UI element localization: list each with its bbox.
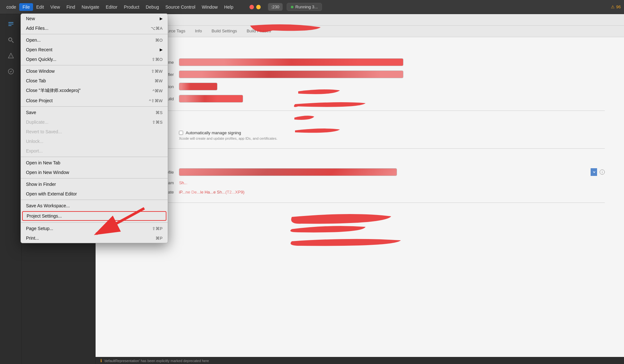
menu-item-window[interactable]: Window — [198, 3, 221, 11]
signing-section-header: Signing — [115, 119, 605, 124]
separator-1 — [21, 34, 168, 34]
sidebar: ! — [0, 14, 22, 364]
separator-6 — [21, 200, 168, 200]
auto-signing-desc: Xcode will create and update profiles, a… — [179, 136, 277, 140]
provisioning-info-button[interactable]: i — [600, 170, 605, 175]
menu-show-finder[interactable]: Show in Finder — [21, 179, 168, 189]
menu-item-product[interactable]: Product — [121, 3, 142, 11]
menu-save-label: Save — [26, 110, 36, 115]
minimize-button[interactable] — [256, 5, 261, 9]
menu-item-editor[interactable]: Editor — [103, 3, 121, 11]
menu-item-help[interactable]: Help — [221, 3, 237, 11]
display-name-input[interactable] — [179, 58, 403, 66]
menu-close-tab[interactable]: Close Tab ⌘W — [21, 76, 168, 86]
menu-item-edit[interactable]: Edit — [33, 3, 47, 11]
svg-line-4 — [12, 41, 13, 43]
menu-project-settings-label: Project Settings... — [27, 213, 62, 219]
menu-item-debug[interactable]: Debug — [142, 3, 162, 11]
menu-open-quickly[interactable]: Open Quickly... ⇧⌘O — [21, 54, 168, 64]
tab-info[interactable]: Info — [195, 27, 202, 36]
menu-close-window[interactable]: Close Window ⇧⌘W — [21, 66, 168, 76]
signing-debug-header: Signing (Debug) — [115, 157, 605, 162]
menu-project-settings[interactable]: Project Settings... — [22, 211, 166, 221]
tab-build-phases[interactable]: Build Phases — [247, 27, 271, 36]
menu-open-new-tab-label: Open in New Tab — [26, 160, 60, 165]
menu-open-recent-arrow: ▶ — [160, 47, 163, 52]
menu-item-view[interactable]: View — [47, 3, 63, 11]
menu-open-recent[interactable]: Open Recent ▶ — [21, 45, 168, 54]
separator-4 — [21, 157, 168, 157]
team-row: Team Sh... — [115, 180, 605, 185]
menu-export[interactable]: Export... — [21, 146, 168, 156]
menu-show-finder-label: Show in Finder — [26, 182, 56, 187]
menu-close-window-shortcut: ⇧⌘W — [151, 69, 163, 74]
app-container: code File Edit View Find Navigate Editor… — [0, 0, 624, 364]
provisioning-select-arrow[interactable] — [591, 168, 597, 176]
menu-unlock[interactable]: Unlock... — [21, 136, 168, 146]
menu-save-workspace[interactable]: Save As Workspace... — [21, 201, 168, 211]
tabs-bar: ‹ › 📋 羊城律师.xcodeproj — [96, 14, 624, 26]
display-name-row: Display Name — [115, 58, 605, 66]
sidebar-icon-search[interactable] — [4, 33, 18, 47]
menu-open-new-window[interactable]: Open in New Window — [21, 168, 168, 177]
menu-close-project-shortcut: ^⌘W — [153, 88, 163, 93]
menu-new[interactable]: New ▶ — [21, 14, 168, 23]
auto-signing-checkbox[interactable] — [179, 131, 183, 135]
signing-debug-section: Signing (Debug) Provisioning Profile i T… — [115, 157, 605, 194]
menu-revert[interactable]: Revert to Saved... — [21, 127, 168, 136]
menu-item-navigate[interactable]: Navigate — [78, 3, 102, 11]
provisioning-row: Provisioning Profile i — [115, 168, 605, 176]
menu-print-shortcut: ⌘P — [156, 236, 163, 241]
sidebar-icon-navigator[interactable] — [4, 17, 18, 31]
menu-close-window-label: Close Window — [26, 69, 55, 74]
bundle-id-input[interactable] — [179, 70, 403, 78]
menu-save-workspace-label: Save As Workspace... — [26, 203, 70, 208]
auto-signing-label: Automatically manage signing — [186, 130, 241, 135]
menu-item-xcode[interactable]: code — [3, 3, 19, 11]
svg-rect-2 — [8, 25, 12, 26]
menu-page-setup[interactable]: Page Setup... ⇧⌘P — [21, 224, 168, 233]
menu-duplicate[interactable]: Duplicate... ⇧⌘S — [21, 117, 168, 127]
separator-2 — [21, 65, 168, 65]
menu-open-external[interactable]: Open with External Editor — [21, 189, 168, 199]
menu-open-external-label: Open with External Editor — [26, 191, 77, 196]
identity-section: Identity Display Name Bundle Identifier … — [115, 47, 605, 103]
tab-build-settings[interactable]: Build Settings — [212, 27, 237, 36]
menu-duplicate-label: Duplicate... — [26, 120, 48, 125]
menu-close-project[interactable]: Close "羊城律师.xcodeproj" ^⌘W — [21, 86, 168, 96]
file-menu-dropdown: New ▶ Add Files... ⌥⌘A Open... ⌘O Open R… — [21, 13, 168, 243]
menu-add-files[interactable]: Add Files... ⌥⌘A — [21, 23, 168, 33]
signing-section: Signing Automatically manage signing Xco… — [115, 119, 605, 140]
provisioning-select[interactable] — [179, 168, 397, 176]
svg-rect-0 — [8, 22, 13, 23]
close-button[interactable] — [249, 5, 254, 9]
cert-row: Signing Certificate iP...ne De...le Ha..… — [115, 190, 605, 194]
menu-close-proj-shortcut: ^⇧⌘W — [149, 98, 163, 103]
menu-item-find[interactable]: Find — [63, 3, 78, 11]
bundle-id-row: Bundle Identifier — [115, 70, 605, 78]
menu-revert-label: Revert to Saved... — [26, 129, 62, 134]
menu-save[interactable]: Save ⌘S — [21, 108, 168, 117]
menu-close-proj[interactable]: Close Project ^⇧⌘W — [21, 96, 168, 105]
menu-item-source-control[interactable]: Source Control — [162, 3, 198, 11]
sidebar-icon-tests[interactable] — [4, 64, 18, 79]
sidebar-icon-issues[interactable]: ! — [4, 49, 18, 63]
menu-open-new-tab[interactable]: Open in New Tab — [21, 158, 168, 168]
menu-save-shortcut: ⌘S — [156, 110, 163, 115]
menu-open[interactable]: Open... ⌘O — [21, 35, 168, 45]
menu-new-arrow: ▶ — [160, 16, 163, 21]
identity-section-header: Identity — [115, 47, 605, 52]
menu-print[interactable]: Print... ⌘P — [21, 233, 168, 243]
version-input[interactable] — [179, 83, 217, 90]
warning-count: 96 — [616, 4, 621, 9]
settings-content: Identity Display Name Bundle Identifier … — [96, 37, 624, 357]
menu-item-file[interactable]: File — [19, 3, 33, 11]
scheme-selector[interactable]: :230 — [268, 3, 283, 11]
traffic-lights — [249, 5, 261, 9]
menu-page-setup-shortcut: ⇧⌘P — [152, 226, 163, 231]
status-bar-text: 'defaultRepresentation' has been explici… — [104, 359, 209, 363]
build-input[interactable] — [179, 95, 243, 103]
editor-area: ‹ › 📋 羊城律师.xcodeproj General Capabilitie… — [96, 14, 624, 364]
status-warning-icon: ℹ — [100, 358, 102, 363]
menu-duplicate-shortcut: ⇧⌘S — [152, 120, 163, 125]
